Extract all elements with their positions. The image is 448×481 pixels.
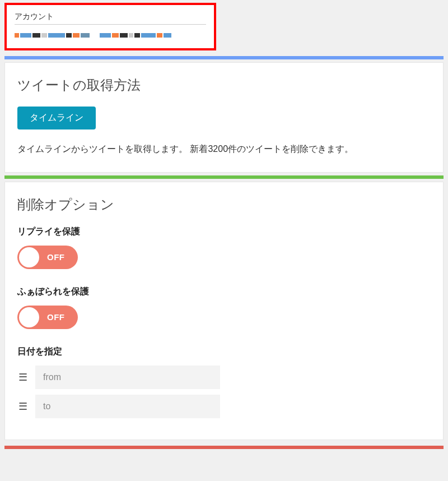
toggle-knob [19,247,39,267]
date-spec-block: 日付を指定 ☰ ☰ [17,346,431,418]
section-stripe-green [4,175,444,179]
tweet-method-description: タイムラインからツイートを取得します。 新着3200件のツイートを削除できます。 [17,142,431,156]
account-list [15,30,206,40]
protect-fav-toggle[interactable]: OFF [17,306,78,329]
delete-options-title: 削除オプション [17,196,431,214]
calendar-icon: ☰ [17,371,29,383]
date-to-row: ☰ [17,395,431,418]
calendar-icon: ☰ [17,400,29,413]
protect-reply-label: リプライを保護 [17,226,431,238]
protect-reply-block: リプライを保護 OFF [17,226,431,269]
delete-options-card: 削除オプション リプライを保護 OFF ふぁぼられを保護 OFF 日付を指定 ☰… [4,182,444,440]
date-from-row: ☰ [17,366,431,389]
protect-reply-toggle[interactable]: OFF [17,246,78,269]
toggle-state-text: OFF [47,312,65,322]
date-from-input[interactable] [35,366,220,389]
date-spec-label: 日付を指定 [17,346,431,358]
account-item[interactable] [15,30,90,40]
tweet-method-title: ツイートの取得方法 [17,76,431,94]
account-heading: アカウント [15,12,206,25]
toggle-knob [19,307,39,327]
timeline-button[interactable]: タイムライン [17,107,96,130]
protect-fav-block: ふぁぼられを保護 OFF [17,286,431,329]
account-card: アカウント [4,3,216,50]
account-item[interactable] [100,30,171,40]
date-to-input[interactable] [35,395,220,418]
tweet-method-card: ツイートの取得方法 タイムライン タイムラインからツイートを取得します。 新着3… [4,62,444,173]
toggle-state-text: OFF [47,252,65,262]
section-stripe-blue [4,56,444,59]
protect-fav-label: ふぁぼられを保護 [17,286,431,298]
section-stripe-red [4,446,444,449]
